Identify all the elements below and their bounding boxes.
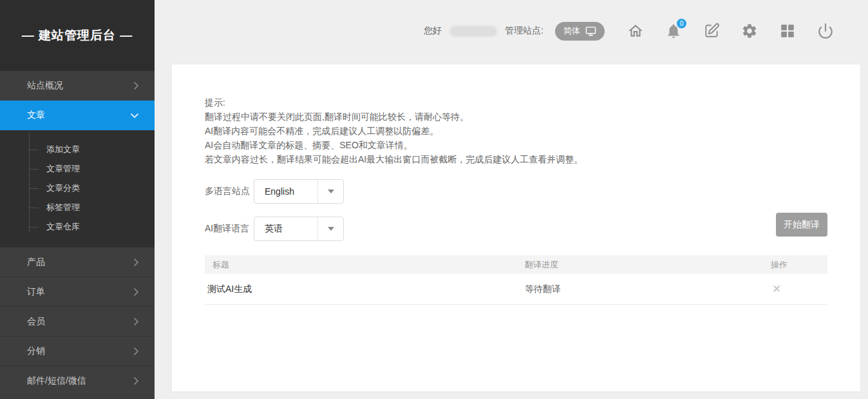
notifications-button[interactable]: 0: [665, 23, 682, 39]
multilang-site-label: 多语言站点: [205, 186, 254, 197]
start-translate-button[interactable]: 开始翻译: [776, 213, 827, 237]
sidebar-item-label: 站点概况: [27, 80, 63, 92]
sidebar-item-mail-sms-wechat[interactable]: 邮件/短信/微信: [0, 365, 155, 395]
ai-translate-language-row: AI翻译语言 英语: [205, 217, 827, 241]
topbar-icons: 0: [627, 23, 834, 39]
sidebar-subitem-add-article[interactable]: 添加文章: [0, 140, 155, 159]
sidebar-item-distribution[interactable]: 分销: [0, 336, 155, 365]
settings-gear-icon[interactable]: [741, 23, 758, 39]
caret-down-icon: [328, 227, 334, 231]
remove-row-icon[interactable]: ✕: [772, 284, 781, 295]
sidebar-item-label: 订单: [27, 286, 45, 298]
table-header-action: 操作: [771, 259, 827, 271]
table-header-row: 标题 翻译进度 操作: [205, 255, 827, 274]
table-header-progress: 翻译进度: [525, 259, 771, 271]
sidebar-subitem-tag-management[interactable]: 标签管理: [0, 198, 155, 217]
sidebar: — 建站管理后台 — 站点概况 文章 添加文章 文章管理 文章分类 标签管理 文…: [0, 0, 155, 399]
chevron-right-icon: [133, 81, 139, 90]
site-language-label: 简体: [563, 25, 580, 37]
tips-line: AI会自动翻译文章的标题、摘要、SEO和文章详情。: [205, 138, 827, 152]
table-row: 测试AI生成 等待翻译 ✕: [205, 274, 827, 305]
multilang-site-value: English: [254, 186, 317, 197]
sidebar-subitem-article-category[interactable]: 文章分类: [0, 179, 155, 198]
home-icon[interactable]: [627, 23, 644, 39]
edit-icon[interactable]: [703, 23, 720, 39]
ai-translate-language-select[interactable]: 英语: [254, 217, 344, 241]
site-language-button[interactable]: 简体: [555, 22, 605, 41]
chevron-right-icon: [133, 347, 139, 356]
apps-grid-icon[interactable]: [779, 23, 796, 39]
sidebar-item-label: 会员: [27, 316, 45, 327]
tips-line: AI翻译内容可能会不精准，完成后建议人工调整以防偏差。: [205, 124, 827, 138]
greeting-text: 您好: [424, 25, 442, 37]
monitor-icon: [585, 26, 596, 37]
sidebar-item-site-overview[interactable]: 站点概况: [0, 71, 155, 101]
main-content-card: 提示: 翻译过程中请不要关闭此页面,翻译时间可能比较长，请耐心等待。 AI翻译内…: [172, 64, 860, 391]
sidebar-subitem-article-warehouse[interactable]: 文章仓库: [0, 217, 155, 237]
sidebar-item-products[interactable]: 产品: [0, 247, 155, 277]
chevron-right-icon: [133, 376, 139, 385]
translate-queue-table: 标题 翻译进度 操作 测试AI生成 等待翻译 ✕: [205, 255, 827, 305]
manage-site-label: 管理站点:: [505, 25, 543, 37]
sidebar-submenu-articles: 添加文章 文章管理 文章分类 标签管理 文章仓库: [0, 130, 155, 247]
sidebar-item-label: 邮件/短信/微信: [27, 375, 86, 387]
sidebar-item-members[interactable]: 会员: [0, 306, 155, 336]
sidebar-item-orders[interactable]: 订单: [0, 277, 155, 306]
greeting-group: 您好 管理站点:: [424, 25, 543, 37]
tips-line: 若文章内容过长，翻译结果可能会超出AI最大输出窗口而被截断，完成后建议人工查看并…: [205, 152, 827, 166]
chevron-right-icon: [133, 258, 139, 267]
chevron-right-icon: [133, 317, 139, 326]
chevron-right-icon: [133, 287, 139, 297]
tips-title: 提示:: [205, 95, 827, 110]
power-icon[interactable]: [817, 23, 834, 39]
sidebar-subitem-article-management[interactable]: 文章管理: [0, 159, 155, 179]
username-redacted: [449, 26, 497, 37]
app-title-text: — 建站管理后台 —: [22, 27, 133, 44]
multilang-site-row: 多语言站点 English: [205, 179, 827, 204]
sidebar-item-label: 文章: [27, 110, 45, 121]
topbar: 您好 管理站点: 简体 0: [155, 0, 868, 64]
sidebar-nav: 站点概况 文章 添加文章 文章管理 文章分类 标签管理 文章仓库 产品 订单 会…: [0, 71, 155, 395]
table-header-title: 标题: [205, 259, 525, 271]
sidebar-item-articles[interactable]: 文章: [0, 101, 155, 130]
sidebar-item-label: 产品: [27, 257, 45, 268]
chevron-down-icon: [130, 113, 139, 119]
sidebar-item-label: 分销: [27, 345, 45, 357]
select-arrow-zone[interactable]: [317, 180, 343, 203]
ai-translate-language-label: AI翻译语言: [205, 223, 254, 235]
row-progress-cell: 等待翻译: [525, 284, 771, 295]
app-title: — 建站管理后台 —: [0, 0, 155, 71]
tips-line: 翻译过程中请不要关闭此页面,翻译时间可能比较长，请耐心等待。: [205, 110, 827, 124]
select-arrow-zone[interactable]: [317, 217, 343, 240]
row-title-cell: 测试AI生成: [205, 284, 525, 295]
ai-translate-language-value: 英语: [254, 223, 317, 235]
multilang-site-select[interactable]: English: [254, 179, 344, 204]
tips-block: 提示: 翻译过程中请不要关闭此页面,翻译时间可能比较长，请耐心等待。 AI翻译内…: [205, 95, 827, 166]
notification-badge: 0: [677, 19, 686, 28]
caret-down-icon: [328, 190, 334, 193]
